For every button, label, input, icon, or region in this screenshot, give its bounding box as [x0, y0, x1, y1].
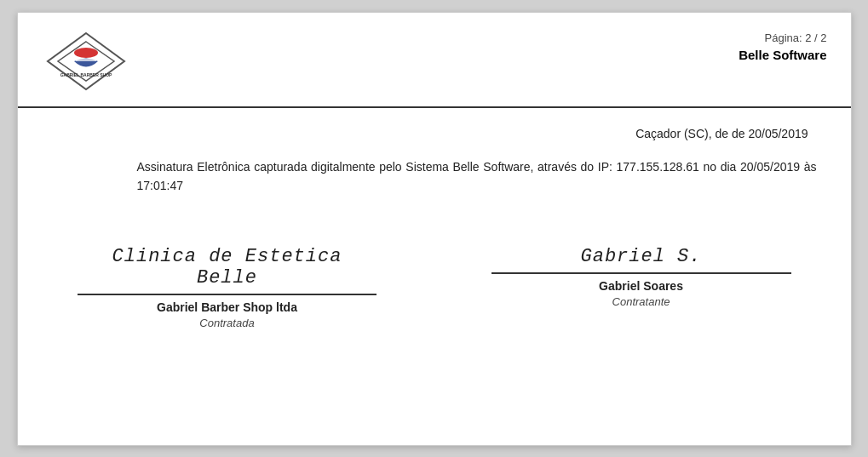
company-name: Belle Software [739, 48, 826, 62]
signature-line-right [491, 272, 791, 274]
svg-rect-3 [76, 59, 96, 61]
signature-line-left [78, 294, 377, 295]
signature-company-right: Gabriel Soares [491, 279, 791, 293]
svg-point-2 [74, 48, 98, 58]
header-right: Página: 2 / 2 Belle Software [739, 28, 826, 62]
signatures-section: Clinica de Estetica Belle Gabriel Barber… [52, 246, 817, 329]
signature-role-left: Contratada [78, 317, 377, 329]
company-logo: GABRIEL BARBER SHOP [39, 30, 133, 94]
document-header: GABRIEL BARBER SHOP Página: 2 / 2 Belle … [18, 13, 851, 108]
document-content: Caçador (SC), de de 20/05/2019 Assinatur… [18, 108, 851, 356]
date-line: Caçador (SC), de de 20/05/2019 [52, 127, 817, 140]
signature-cursive-right: Gabriel S. [491, 246, 791, 267]
signature-cursive-left: Clinica de Estetica Belle [78, 246, 377, 288]
signature-block-right: Gabriel S. Gabriel Soares Contratante [491, 246, 791, 329]
signature-paragraph: Assinatura Eletrônica capturada digitalm… [52, 157, 817, 196]
page-number: Página: 2 / 2 [739, 31, 826, 44]
logo-area: GABRIEL BARBER SHOP [35, 28, 137, 96]
signature-block-left: Clinica de Estetica Belle Gabriel Barber… [78, 246, 377, 329]
document-page: GABRIEL BARBER SHOP Página: 2 / 2 Belle … [17, 12, 852, 446]
svg-text:GABRIEL BARBER SHOP: GABRIEL BARBER SHOP [60, 72, 112, 77]
signature-company-left: Gabriel Barber Shop ltda [78, 300, 377, 314]
signature-role-right: Contratante [491, 295, 791, 308]
